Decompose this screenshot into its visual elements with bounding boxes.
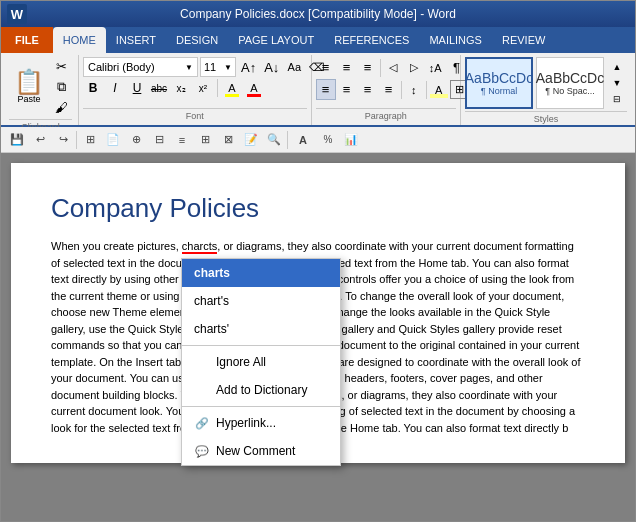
superscript-button[interactable]: x² [193, 78, 213, 98]
toolbar-table[interactable]: ⊞ [80, 130, 100, 150]
toolbar-search[interactable]: 🔍 [264, 130, 284, 150]
styles-group: AaBbCcDc ¶ Normal AaBbCcDc ¶ No Spac... … [461, 55, 631, 125]
add-to-dictionary-item[interactable]: Add to Dictionary [182, 376, 340, 404]
ribbon-tabs: FILE HOME INSERT DESIGN PAGE LAYOUT REFE… [1, 27, 635, 53]
font-label: Font [83, 108, 307, 123]
cut-button[interactable]: ✂ [51, 57, 72, 76]
body-text-before: When you create pictures, [51, 240, 182, 252]
font-size-chevron: ▼ [224, 63, 232, 72]
align-left-button[interactable]: ≡ [316, 79, 336, 100]
increase-font-button[interactable]: A↑ [238, 58, 259, 77]
format-painter-button[interactable]: 🖌 [51, 98, 72, 117]
suggestion-charts[interactable]: charts [182, 259, 340, 287]
multilevel-button[interactable]: ≡ [358, 57, 378, 78]
toolbar-chart[interactable]: 📊 [341, 130, 361, 150]
suggestion-charts-trailing-label: charts' [194, 320, 229, 338]
decrease-font-button[interactable]: A↓ [261, 58, 282, 77]
align-right-button[interactable]: ≡ [358, 79, 378, 100]
subscript-button[interactable]: x₂ [171, 78, 191, 98]
color-indicator [247, 94, 261, 97]
tab-file[interactable]: FILE [1, 27, 53, 53]
suggestion-charts-apostrophe-label: chart's [194, 292, 229, 310]
suggestion-charts-label: charts [194, 264, 230, 282]
toolbar-doc[interactable]: 📄 [103, 130, 123, 150]
bullets-button[interactable]: ≡ [316, 57, 336, 78]
ignore-all-item[interactable]: Ignore All [182, 348, 340, 376]
align-center-button[interactable]: ≡ [337, 79, 357, 100]
font-group: Calibri (Body) ▼ 11 ▼ A↑ A↓ Aa ⌫ B [79, 55, 312, 125]
underline-button[interactable]: U [127, 78, 147, 98]
document-page: Company Policies When you create picture… [11, 163, 625, 463]
toolbar-redo[interactable]: ↪ [53, 130, 73, 150]
toolbar-menu[interactable]: ≡ [172, 130, 192, 150]
styles-more[interactable]: ⊟ [607, 92, 627, 106]
change-case-button[interactable]: Aa [284, 59, 304, 75]
toolbar-percent[interactable]: % [318, 130, 338, 150]
shading-button[interactable]: A [429, 81, 449, 99]
style-no-spacing-label: ¶ No Spac... [545, 86, 594, 96]
numbering-button[interactable]: ≡ [337, 57, 357, 78]
highlight-indicator [225, 94, 239, 97]
styles-scroll-buttons: ▲ ▼ ⊟ [607, 60, 627, 106]
tab-page-layout[interactable]: PAGE LAYOUT [228, 27, 324, 53]
styles-scroll-up[interactable]: ▲ [607, 60, 627, 74]
suggestion-charts-apostrophe[interactable]: chart's [182, 287, 340, 315]
toolbar-save[interactable]: 💾 [7, 130, 27, 150]
word-icon: W [7, 4, 27, 24]
tab-references[interactable]: REFERENCES [324, 27, 419, 53]
paragraph-group: ≡ ≡ ≡ ◁ ▷ ↕A ¶ ≡ ≡ ≡ ≡ [312, 55, 461, 125]
bold-button[interactable]: B [83, 78, 103, 98]
font-color-button[interactable]: A [244, 78, 264, 98]
toolbar-undo[interactable]: ↩ [30, 130, 50, 150]
increase-indent-button[interactable]: ▷ [404, 58, 424, 77]
suggestion-charts-trailing[interactable]: charts' [182, 315, 340, 343]
line-spacing-button[interactable]: ↕ [404, 81, 424, 99]
toolbar-remove[interactable]: ⊟ [149, 130, 169, 150]
style-normal[interactable]: AaBbCcDc ¶ Normal [465, 57, 533, 109]
paste-button[interactable]: 📋 Paste [9, 67, 49, 107]
add-to-dictionary-label: Add to Dictionary [216, 381, 307, 399]
window-title: Company Policies.docx [Compatibility Mod… [180, 7, 456, 21]
copy-button[interactable]: ⧉ [51, 77, 72, 97]
title-bar: W Company Policies.docx [Compatibility M… [1, 1, 635, 27]
text-highlight-button[interactable]: A [222, 78, 242, 98]
style-no-spacing[interactable]: AaBbCcDc ¶ No Spac... [536, 57, 604, 109]
new-comment-label: New Comment [216, 442, 295, 460]
toolbar-add[interactable]: ⊕ [126, 130, 146, 150]
strikethrough-button[interactable]: abc [149, 78, 169, 98]
toolbar-grid[interactable]: ⊞ [195, 130, 215, 150]
italic-button[interactable]: I [105, 78, 125, 98]
context-separator-2 [182, 406, 340, 407]
clipboard-group: 📋 Paste ✂ ⧉ 🖌 Clipboard [5, 55, 79, 125]
paste-icon: 📋 [14, 70, 44, 94]
toolbar-edit[interactable]: 📝 [241, 130, 261, 150]
font-name-dropdown[interactable]: Calibri (Body) ▼ [83, 57, 198, 77]
ribbon-area: 📋 Paste ✂ ⧉ 🖌 Clipboard Calibri [1, 53, 635, 127]
tab-review[interactable]: REVIEW [492, 27, 555, 53]
toolbar-x[interactable]: ⊠ [218, 130, 238, 150]
hyperlink-item[interactable]: 🔗 Hyperlink... [182, 409, 340, 437]
toolbar-textA[interactable]: A [291, 130, 315, 150]
paste-label: Paste [17, 94, 40, 104]
font-size-dropdown[interactable]: 11 ▼ [200, 57, 236, 77]
tab-mailings[interactable]: MAILINGS [419, 27, 492, 53]
tab-home[interactable]: HOME [53, 27, 106, 53]
sort-button[interactable]: ↕A [425, 59, 446, 77]
ignore-all-label: Ignore All [216, 353, 266, 371]
justify-button[interactable]: ≡ [379, 79, 399, 100]
document-body: When you create pictures, charcts, or di… [51, 238, 585, 436]
decrease-indent-button[interactable]: ◁ [383, 58, 403, 77]
context-separator-1 [182, 345, 340, 346]
hyperlink-label: Hyperlink... [216, 414, 276, 432]
misspelled-word[interactable]: charcts [182, 240, 217, 254]
font-name-chevron: ▼ [185, 63, 193, 72]
document-area: Company Policies When you create picture… [1, 153, 635, 521]
styles-scroll-down[interactable]: ▼ [607, 76, 627, 90]
tab-design[interactable]: DESIGN [166, 27, 228, 53]
new-comment-item[interactable]: 💬 New Comment [182, 437, 340, 465]
formatting-toolbar: 💾 ↩ ↪ ⊞ 📄 ⊕ ⊟ ≡ ⊞ ⊠ 📝 🔍 A % 📊 [1, 127, 635, 153]
document-title: Company Policies [51, 193, 585, 224]
tab-insert[interactable]: INSERT [106, 27, 166, 53]
styles-label: Styles [465, 111, 627, 126]
style-no-spacing-preview: AaBbCcDc [536, 70, 604, 86]
